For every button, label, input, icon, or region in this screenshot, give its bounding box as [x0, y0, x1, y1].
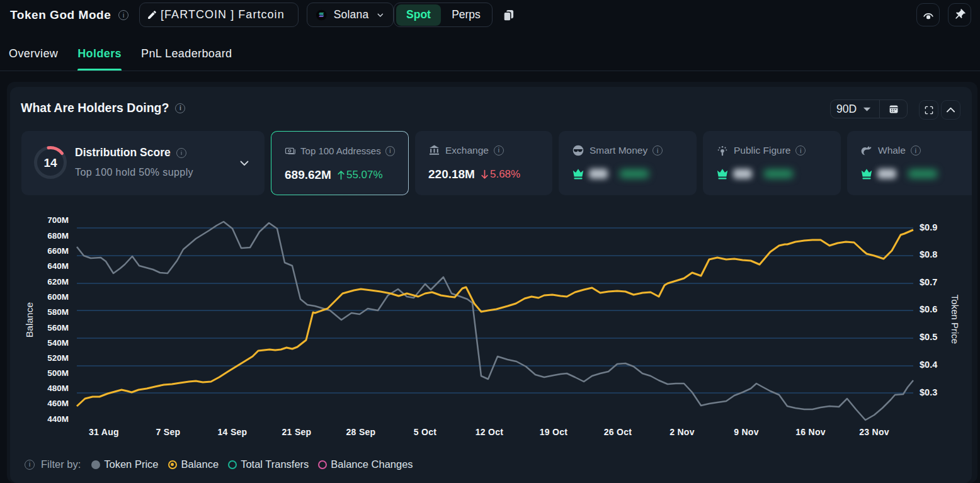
svg-text:14: 14 [43, 156, 57, 169]
